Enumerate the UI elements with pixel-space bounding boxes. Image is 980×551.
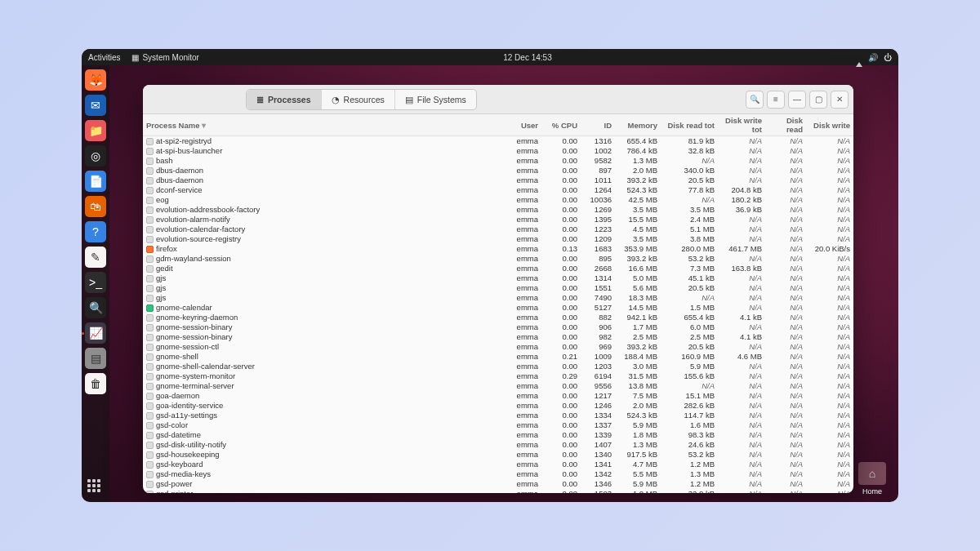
process-row[interactable]: dbus-daemonemma0.001011393.2 kB20.5 kBN/…	[143, 176, 853, 185]
process-row[interactable]: goa-identity-serviceemma0.0012462.0 MB28…	[143, 401, 853, 411]
column-header[interactable]: Disk write	[806, 114, 853, 136]
process-row[interactable]: evolution-alarm-notifyemma0.00139515.5 M…	[143, 215, 853, 224]
dock-help[interactable]: ?	[85, 221, 106, 242]
filesystems-icon: ▤	[405, 95, 413, 104]
process-row[interactable]: gnome-session-ctlemma0.00969393.2 kB20.5…	[143, 342, 853, 352]
dock-thunderbird[interactable]: ✉	[85, 95, 106, 116]
process-row[interactable]: evolution-addressbook-factoryemma0.00126…	[143, 205, 853, 215]
process-row[interactable]: gsd-keyboardemma0.0013414.7 MB1.2 MBN/AN…	[143, 460, 853, 469]
system-monitor-window: ≣Processes◔Resources▤File Systems 🔍 ≡ — …	[143, 85, 853, 493]
power-icon: ⏻	[884, 53, 892, 62]
process-row[interactable]: eogemma0.001003642.5 MBN/A180.2 kBN/AN/A…	[143, 195, 853, 205]
process-row[interactable]: gjsemma0.0013145.0 MB45.1 kBN/AN/AN/ANor…	[143, 273, 853, 283]
process-row[interactable]: gjsemma0.0015515.6 MB20.5 kBN/AN/AN/ANor…	[143, 283, 853, 293]
process-row[interactable]: gnome-calendaremma0.00512714.5 MB1.5 MBN…	[143, 303, 853, 313]
dock: 🦊✉📁◎📄🛍?✎>_🔍📈▤🗑	[82, 65, 109, 502]
process-row[interactable]: gjsemma0.00749018.3 MBN/AN/AN/AN/ANormal	[143, 293, 853, 303]
tab-processes[interactable]: ≣Processes	[247, 90, 322, 109]
process-row[interactable]: gsd-coloremma0.0013375.9 MB1.6 MBN/AN/AN…	[143, 420, 853, 430]
process-row[interactable]: gnome-shell-calendar-serveremma0.0012033…	[143, 362, 853, 371]
activities-button[interactable]: Activities	[88, 53, 120, 62]
dock-writer[interactable]: 📄	[85, 171, 106, 192]
process-row[interactable]: at-spi-bus-launcheremma0.001002786.4 kB3…	[143, 146, 853, 156]
process-row[interactable]: goa-daemonemma0.0012177.5 MB15.1 MBN/AN/…	[143, 391, 853, 401]
clock[interactable]: 12 Dec 14:53	[199, 53, 856, 62]
dock-firefox[interactable]: 🦊	[85, 69, 106, 91]
resources-icon: ◔	[332, 95, 340, 104]
show-apps-button[interactable]	[85, 477, 106, 498]
dock-files[interactable]: 📁	[85, 120, 106, 141]
process-row[interactable]: gnome-session-binaryemma0.009061.7 MB6.0…	[143, 322, 853, 332]
process-row[interactable]: gnome-system-monitoremma0.29619431.5 MB1…	[143, 371, 853, 381]
process-row[interactable]: gsd-poweremma0.0013465.9 MB1.2 MBN/AN/AN…	[143, 479, 853, 489]
maximize-button[interactable]: ▢	[809, 91, 827, 109]
process-row[interactable]: gsd-datetimeemma0.0013391.8 MB98.3 kBN/A…	[143, 430, 853, 440]
process-row[interactable]: dconf-serviceemma0.001264524.3 kB77.8 kB…	[143, 185, 853, 195]
process-row[interactable]: bashemma0.0095821.3 MBN/AN/AN/AN/ANormal	[143, 156, 853, 166]
process-row[interactable]: geditemma0.00266816.6 MB7.3 MB163.8 kBN/…	[143, 264, 853, 273]
column-header[interactable]: ID	[581, 114, 615, 136]
dock-system-monitor[interactable]: 📈	[85, 322, 106, 344]
dock-text-editor[interactable]: ✎	[85, 247, 106, 268]
process-row[interactable]: gnome-terminal-serveremma0.00955613.8 MB…	[143, 381, 853, 391]
close-button[interactable]: ✕	[831, 91, 849, 109]
tab-filesystems[interactable]: ▤File Systems	[395, 90, 476, 109]
process-row[interactable]: gsd-a11y-settingsemma0.001334524.3 kB114…	[143, 411, 853, 420]
process-row[interactable]: gnome-shellemma0.211009188.4 MB160.9 MB4…	[143, 352, 853, 362]
minimize-button[interactable]: —	[788, 91, 806, 109]
dock-magnifier[interactable]: 🔍	[85, 297, 106, 318]
dock-trash[interactable]: 🗑	[85, 373, 106, 394]
process-row[interactable]: gdm-wayland-sessionemma0.00895393.2 kB53…	[143, 254, 853, 264]
column-header[interactable]: Disk read	[765, 114, 806, 136]
window-titlebar: ≣Processes◔Resources▤File Systems 🔍 ≡ — …	[143, 85, 853, 114]
ubuntu-desktop: Activities ▦System Monitor 12 Dec 14:53 …	[82, 49, 898, 502]
process-row[interactable]: gsd-disk-utility-notifyemma0.0014071.3 M…	[143, 440, 853, 450]
process-row[interactable]: gnome-keyring-daemonemma0.00882942.1 kB6…	[143, 313, 853, 322]
column-header[interactable]: Process Name ▾	[143, 114, 502, 136]
app-menu[interactable]: ▦System Monitor	[131, 53, 198, 62]
process-row[interactable]: evolution-calendar-factoryemma0.0012234.…	[143, 224, 853, 234]
column-header[interactable]: Memory	[615, 114, 661, 136]
process-table[interactable]: Process Name ▾User% CPUIDMemoryDisk read…	[143, 114, 853, 493]
process-row[interactable]: evolution-source-registryemma0.0012093.5…	[143, 234, 853, 244]
tab-resources[interactable]: ◔Resources	[322, 90, 395, 109]
dock-terminal[interactable]: >_	[85, 272, 106, 293]
process-row[interactable]: gsd-media-keysemma0.0013425.5 MB1.3 MBN/…	[143, 469, 853, 479]
process-row[interactable]: gsd-housekeepingemma0.001340917.5 kB53.2…	[143, 450, 853, 460]
process-row[interactable]: at-spi2-registrydemma0.001316655.4 kB81.…	[143, 136, 853, 146]
dock-rhythmbox[interactable]: ◎	[85, 145, 106, 167]
gnome-topbar: Activities ▦System Monitor 12 Dec 14:53 …	[82, 49, 898, 65]
process-row[interactable]: firefoxemma0.131683353.9 MB280.0 MB461.7…	[143, 244, 853, 254]
dock-software[interactable]: 🛍	[85, 196, 106, 217]
column-header[interactable]: % CPU	[541, 114, 581, 136]
column-header[interactable]: User	[502, 114, 541, 136]
network-icon	[856, 53, 862, 62]
menu-button[interactable]: ≡	[767, 91, 785, 109]
process-row[interactable]: dbus-daemonemma0.008972.0 MB340.0 kBN/AN…	[143, 166, 853, 176]
column-header[interactable]: Disk read tot	[661, 114, 718, 136]
system-monitor-icon: ▦	[131, 53, 139, 62]
process-row[interactable]: gsd-printeremma0.0015031.8 MB32.8 kBN/AN…	[143, 489, 853, 494]
dock-disks[interactable]: ▤	[85, 348, 106, 369]
process-row[interactable]: gnome-session-binaryemma0.009822.5 MB2.5…	[143, 332, 853, 342]
system-tray[interactable]: 🔊 ⏻	[856, 53, 892, 62]
column-header[interactable]: Disk write tot	[718, 114, 765, 136]
home-folder-icon: ⌂	[858, 462, 886, 485]
processes-icon: ≣	[256, 95, 264, 104]
volume-icon: 🔊	[868, 53, 878, 62]
search-button[interactable]: 🔍	[746, 91, 764, 109]
view-switcher: ≣Processes◔Resources▤File Systems	[246, 89, 477, 110]
home-desktop-icon[interactable]: ⌂ Home	[858, 462, 886, 495]
